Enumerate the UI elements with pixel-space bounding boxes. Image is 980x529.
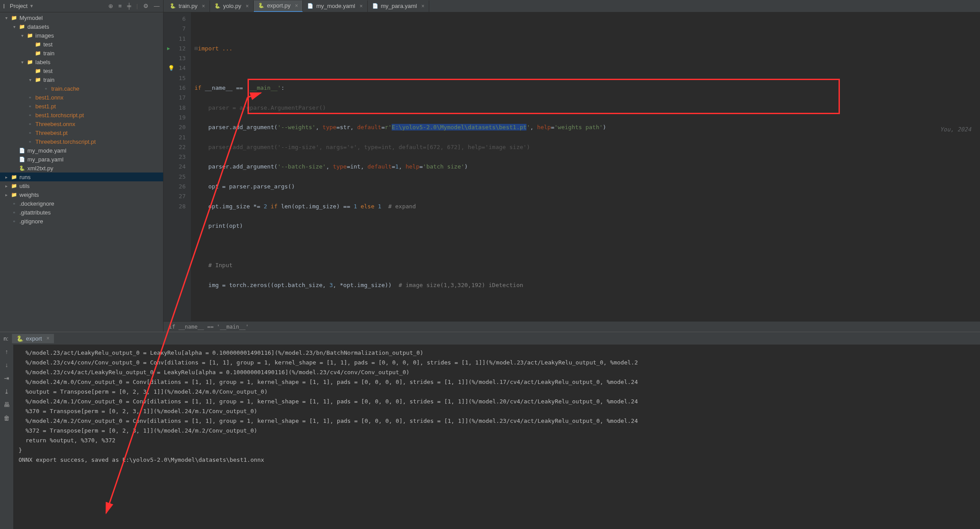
line-number: 24 [164, 162, 186, 172]
tree-item[interactable]: 📄my_para.yaml [0, 155, 163, 164]
project-tree[interactable]: ▾📁Mymodel▾📁datasets▾📁images📁test📁train▾📁… [0, 12, 163, 332]
line-number: 17 [164, 93, 186, 103]
tree-item[interactable]: 🐍xml2txt.py [0, 164, 163, 172]
tree-arrow-icon: ▾ [13, 24, 19, 29]
line-number: 6 [164, 14, 186, 24]
close-icon[interactable]: × [295, 3, 298, 9]
weights-path-highlight: E:\yolov5-2.0\Mymodel\datasets\best1.pt [392, 124, 526, 130]
py-icon: 🐍 [214, 3, 221, 9]
project-title[interactable]: Project ▼ [4, 3, 34, 9]
tree-label: Threebest.torchscript.pt [35, 138, 96, 145]
close-icon[interactable]: × [421, 3, 424, 9]
project-header: Project ▼ ⊕ ≡ ╪ | ⚙ — [0, 0, 163, 12]
close-icon[interactable]: × [202, 3, 205, 9]
expand-icon[interactable]: ≡ [118, 3, 122, 9]
tab-label: export.py [267, 2, 290, 9]
line-number: 27 [164, 192, 186, 201]
tree-label: Mymodel [19, 15, 43, 21]
py-icon: 🐍 [258, 3, 264, 8]
console-line: } [19, 445, 975, 455]
console-line: %/model.24/m.2/Conv_output_0 = Conv[dila… [19, 416, 975, 426]
tree-item[interactable]: ▫Threebest.onnx [0, 119, 163, 128]
tree-item[interactable]: ▫best1.onnx [0, 93, 163, 102]
line-number: 16 [164, 83, 186, 93]
hide-icon[interactable]: — [154, 3, 160, 9]
tree-item[interactable]: ▫best1.torchscript.pt [0, 111, 163, 119]
tree-item[interactable]: ▸📁utils [0, 181, 163, 190]
editor-tab[interactable]: 🐍yolo.py× [210, 0, 254, 12]
tree-item[interactable]: ▫train.cache [0, 84, 163, 93]
tree-item[interactable]: ▫.dockerignore [0, 199, 163, 208]
tree-arrow-icon: ▸ [5, 175, 11, 180]
tree-item[interactable]: ▫.gitignore [0, 217, 163, 226]
editor-gutter: 671112▶1314💡1516171819202122232425262728 [164, 12, 191, 321]
tree-item[interactable]: ▸📁weights [0, 190, 163, 199]
folder-icon: 📁 [34, 42, 42, 47]
tree-item[interactable]: 📁test [0, 66, 163, 75]
line-number: 25 [164, 172, 186, 182]
console-line: %/model.23/cv4/conv/Conv_output_0 = Conv… [19, 358, 975, 368]
breadcrumb[interactable]: if __name__ == '__main__' [164, 321, 980, 332]
tree-label: my_para.yaml [27, 156, 64, 163]
down-arrow-icon[interactable]: ↓ [5, 361, 8, 368]
close-icon[interactable]: × [246, 3, 249, 9]
editor-tab[interactable]: 📄my_para.yaml× [368, 0, 430, 12]
code-editor[interactable]: ⊞import ... if __name__ == '__main__': p… [191, 12, 980, 321]
scroll-end-icon[interactable]: ⤓ [4, 388, 9, 395]
folder-icon: 📁 [27, 59, 34, 65]
tree-label: best1.pt [35, 103, 56, 110]
tree-label: images [35, 32, 54, 39]
bulb-icon[interactable]: 💡 [168, 63, 175, 73]
line-number: 22 [164, 142, 186, 152]
editor-tab[interactable]: 📄my_mode.yaml× [303, 0, 367, 12]
file-icon: ▫ [27, 121, 34, 126]
line-number: 11 [164, 34, 186, 44]
tree-item[interactable]: 📁train [0, 49, 163, 58]
gear-icon[interactable]: ⚙ [143, 3, 149, 9]
line-number: 19 [164, 113, 186, 123]
locate-icon[interactable]: ⊕ [108, 3, 113, 9]
file-icon: ▫ [11, 201, 18, 206]
tree-item[interactable]: ▾📁labels [0, 58, 163, 66]
console-line: return %output, %370, %372 [19, 436, 975, 445]
tree-item[interactable]: ▾📁train [0, 75, 163, 84]
run-name-prefix: n: [4, 335, 8, 342]
line-number: 20 [164, 123, 186, 132]
tree-item[interactable]: 📁test [0, 40, 163, 49]
close-icon[interactable]: × [46, 335, 50, 341]
print-icon[interactable]: 🖶 [4, 401, 10, 408]
console-output[interactable]: %/model.23/act/LeakyRelu_output_0 = Leak… [13, 345, 980, 529]
trash-icon[interactable]: 🗑 [4, 414, 10, 422]
close-icon[interactable]: × [360, 3, 363, 9]
tree-item[interactable]: ▫Threebest.pt [0, 128, 163, 137]
up-arrow-icon[interactable]: ↑ [5, 348, 8, 355]
tree-item[interactable]: ▾📁images [0, 31, 163, 40]
console-line: %/model.24/m.0/Conv_output_0 = Conv[dila… [19, 377, 975, 387]
tree-item[interactable]: ▾📁Mymodel [0, 13, 163, 22]
editor-tab[interactable]: 🐍train.py× [165, 0, 210, 12]
tree-label: Threebest.onnx [35, 121, 75, 127]
file-icon: ▫ [27, 95, 34, 100]
tab-label: yolo.py [223, 3, 241, 9]
folder-icon: 📁 [27, 33, 34, 38]
collapse-icon[interactable]: ╪ [127, 3, 131, 9]
tree-arrow-icon: ▸ [5, 184, 11, 188]
folder-icon: 📁 [11, 192, 18, 198]
run-line-icon[interactable]: ▶ [167, 44, 170, 54]
soft-wrap-icon[interactable]: ⇥ [4, 375, 9, 382]
tree-arrow-icon: ▾ [29, 77, 34, 82]
tree-item[interactable]: ▫best1.pt [0, 102, 163, 111]
run-toolbar: ↑ ↓ ⇥ ⤓ 🖶 🗑 [0, 345, 13, 529]
tree-item[interactable]: ▾📁datasets [0, 22, 163, 31]
tree-item[interactable]: ▸📁runs [0, 172, 163, 181]
line-number: 12▶ [164, 44, 186, 54]
py-icon: 🐍 [19, 165, 26, 171]
tree-item[interactable]: ▫Threebest.torchscript.pt [0, 137, 163, 146]
tree-arrow-icon: ▾ [5, 15, 11, 20]
editor-tab[interactable]: 🐍export.py× [254, 0, 303, 12]
console-line: ONNX export success, saved as E:\yolov5-… [19, 455, 975, 465]
tree-item[interactable]: ▫.gitattributes [0, 208, 163, 217]
run-tab[interactable]: 🐍 export × [12, 334, 54, 343]
editor-content[interactable]: 671112▶1314💡1516171819202122232425262728… [164, 12, 980, 321]
tree-item[interactable]: 📄my_mode.yaml [0, 146, 163, 155]
